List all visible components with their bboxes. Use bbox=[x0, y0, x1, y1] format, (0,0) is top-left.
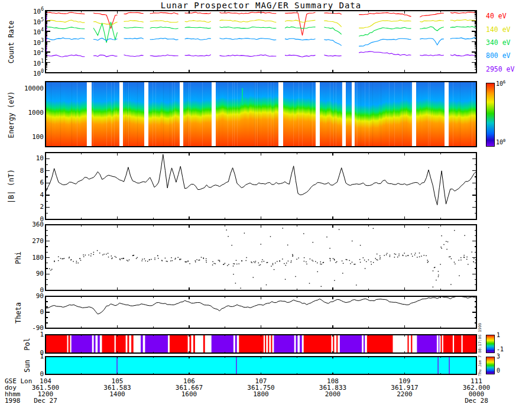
pol-segment bbox=[300, 335, 302, 352]
y-tick-label: 100 bbox=[17, 69, 44, 77]
pol-segment bbox=[463, 335, 476, 352]
ylabel-bmag: |B| (nT) bbox=[7, 163, 15, 210]
pol-segment bbox=[131, 335, 134, 352]
sun-fill bbox=[46, 357, 476, 374]
pol-segment bbox=[439, 335, 440, 352]
pol-colorbar-max: 1 bbox=[497, 332, 500, 338]
pol-segment bbox=[141, 335, 143, 352]
trace-800-eV bbox=[46, 38, 476, 46]
y-tick-label: 10000 bbox=[17, 85, 44, 92]
trace-2950-eV bbox=[46, 51, 476, 57]
cbar-min-exp: 0 bbox=[503, 138, 505, 143]
y-tick-label: 106 bbox=[17, 7, 44, 15]
summary-plot-page: Lunar Prospector MAG/ER Summary Data Cou… bbox=[0, 0, 532, 414]
pol-colorbar bbox=[486, 335, 495, 353]
pol-segment bbox=[443, 335, 453, 352]
panel-svg bbox=[45, 10, 478, 74]
y-tick-label: 4 bbox=[17, 191, 44, 199]
y-tick-label: 2 bbox=[17, 203, 44, 211]
panel-svg bbox=[45, 224, 478, 292]
pol-segment bbox=[441, 335, 442, 352]
plot-timestamp: Thu Jan 7 08:17:06 1999 bbox=[478, 323, 482, 376]
x-tick-date: Dec 28 bbox=[465, 397, 488, 405]
pol-segment bbox=[239, 335, 264, 352]
y-tick-label: 1 bbox=[17, 352, 44, 360]
pol-segment bbox=[304, 335, 332, 352]
x-tick-hhmm: 1800 bbox=[253, 390, 269, 398]
panel-svg bbox=[45, 356, 478, 376]
spectrogram-colorbar-min: 100 bbox=[496, 138, 505, 145]
panel-count-rate bbox=[45, 10, 478, 73]
y-tick-label: 101 bbox=[17, 59, 44, 67]
panel-svg bbox=[45, 296, 478, 329]
trace-b-magnitude bbox=[46, 154, 476, 205]
legend-item-140ev: 140 eV bbox=[486, 25, 511, 34]
pol-segment bbox=[128, 335, 129, 352]
panel-bmag bbox=[45, 152, 478, 220]
sun-colorbar-max: 3 bbox=[497, 353, 500, 360]
pol-segment bbox=[274, 335, 294, 352]
pol-segment bbox=[102, 335, 115, 352]
pol-segment bbox=[271, 335, 272, 352]
y-tick-label: 10 bbox=[17, 154, 44, 162]
spectrogram-colorbar-max: 106 bbox=[496, 80, 505, 87]
y-tick-label: 105 bbox=[17, 17, 44, 26]
pol-segment bbox=[94, 335, 96, 352]
pol-segment bbox=[203, 335, 205, 352]
pol-colorbar-min: -1 bbox=[497, 346, 504, 352]
y-tick-label: 6 bbox=[17, 179, 44, 186]
y-tick-label: 270 bbox=[17, 237, 44, 245]
panel-pol bbox=[45, 334, 478, 354]
legend-item-340ev: 340 eV bbox=[486, 38, 511, 47]
pol-segment bbox=[72, 335, 92, 352]
x-tick-hhmm: 2000 bbox=[325, 390, 341, 398]
x-tick-hhmm: 1400 bbox=[109, 390, 125, 398]
pol-segment bbox=[265, 335, 266, 352]
pol-segment bbox=[417, 335, 437, 352]
pol-segment bbox=[336, 335, 338, 352]
y-tick-label: 103 bbox=[17, 38, 44, 47]
pol-segment bbox=[235, 335, 237, 352]
pol-segment bbox=[268, 335, 269, 352]
legend-item-800ev: 800 eV bbox=[486, 51, 511, 60]
pol-segment bbox=[454, 335, 461, 352]
cbar-min-base: 10 bbox=[496, 139, 503, 145]
trace-340-eV bbox=[46, 22, 476, 43]
pol-segment bbox=[340, 335, 362, 352]
pol-segment bbox=[98, 335, 100, 352]
y-tick-label: 1 bbox=[17, 331, 44, 338]
pol-segment bbox=[364, 335, 365, 352]
spectrogram-colorbar bbox=[486, 83, 495, 147]
spectrogram-image bbox=[46, 82, 476, 146]
y-tick-label: 1000 bbox=[17, 109, 44, 117]
pol-segment bbox=[116, 335, 126, 352]
legend-item-40ev: 40 eV bbox=[486, 12, 507, 20]
y-tick-label: 104 bbox=[17, 27, 44, 36]
xaxis-row-year: 1998 bbox=[5, 397, 21, 405]
y-tick-label: 100 bbox=[17, 133, 44, 141]
y-tick-label: 180 bbox=[17, 254, 44, 261]
panel-theta bbox=[45, 296, 478, 329]
panel-sun bbox=[45, 356, 478, 375]
x-tick-hhmm: 2200 bbox=[397, 390, 413, 398]
panel-svg bbox=[45, 334, 478, 354]
cbar-max-exp: 6 bbox=[503, 80, 505, 85]
pol-segment bbox=[411, 335, 412, 352]
sun-colorbar bbox=[486, 357, 495, 374]
pol-segment bbox=[145, 335, 168, 352]
pol-segment bbox=[69, 335, 70, 352]
pol-segment bbox=[407, 335, 408, 352]
ylabel-count-rate: Count Rate bbox=[7, 15, 15, 69]
pol-segment bbox=[296, 335, 298, 352]
y-tick-label: 0 bbox=[17, 308, 44, 316]
y-tick-label: 8 bbox=[17, 167, 44, 174]
y-tick-label: 360 bbox=[17, 221, 44, 228]
pol-segment bbox=[212, 335, 233, 352]
legend-item-2950ev: 2950 eV bbox=[486, 65, 514, 73]
x-tick-hhmm: 1600 bbox=[181, 390, 197, 398]
pol-segment bbox=[193, 335, 195, 352]
sun-colorbar-min: 0 bbox=[497, 367, 500, 374]
pol-segment bbox=[170, 335, 188, 352]
pol-segment bbox=[333, 335, 334, 352]
y-tick-label: 102 bbox=[17, 48, 44, 57]
